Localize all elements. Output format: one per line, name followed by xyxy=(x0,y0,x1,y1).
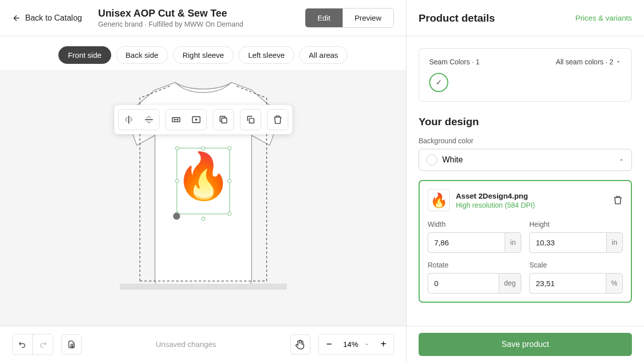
editor-panel: Back to Catalog Unisex AOP Cut & Sew Tee… xyxy=(0,0,407,362)
zoom-in-button[interactable]: + xyxy=(373,334,393,354)
design-selection-box[interactable]: 🔥 xyxy=(177,148,230,214)
delete-asset-button[interactable] xyxy=(613,195,623,205)
resize-handle-br[interactable] xyxy=(227,212,231,216)
undo-icon xyxy=(18,340,27,349)
tab-left-sleeve[interactable]: Left sleeve xyxy=(238,46,294,64)
tab-front-side[interactable]: Front side xyxy=(58,46,111,64)
details-footer: Save product xyxy=(407,326,644,362)
trash-icon xyxy=(273,115,283,125)
design-toolbar xyxy=(114,105,292,134)
download-template-button[interactable] xyxy=(61,334,82,354)
asset-dpi: High resolution (584 DPI) xyxy=(456,201,607,209)
zoom-controls: − 14% + xyxy=(318,334,394,355)
bg-color-value: White xyxy=(442,155,463,164)
print-area-tabs: Front side Back side Right sleeve Left s… xyxy=(0,36,406,70)
scale-input[interactable] xyxy=(529,273,606,294)
flip-vertical-icon xyxy=(144,115,154,125)
svg-point-2 xyxy=(195,119,197,121)
svg-rect-3 xyxy=(221,118,226,123)
fit-width-icon xyxy=(171,115,181,125)
canvas-area[interactable]: 🔥 xyxy=(0,70,406,326)
redo-icon xyxy=(38,340,47,349)
rotate-input[interactable] xyxy=(428,273,499,294)
rotate-handle[interactable] xyxy=(173,213,180,220)
bg-swatch-white xyxy=(426,154,437,165)
resize-handle-tl[interactable] xyxy=(175,146,179,150)
rotate-unit: deg xyxy=(499,273,521,294)
seam-colors-label: Seam Colors · 1 xyxy=(429,58,479,66)
bg-color-select[interactable]: White xyxy=(419,149,632,171)
asset-thumbnail: 🔥 xyxy=(428,189,450,211)
prices-variants-link[interactable]: Prices & variants xyxy=(575,14,632,22)
header-titles: Unisex AOP Cut & Sew Tee Generic brand ·… xyxy=(98,8,297,28)
resize-handle-tm[interactable] xyxy=(201,146,205,150)
header: Back to Catalog Unisex AOP Cut & Sew Tee… xyxy=(0,0,406,36)
zoom-out-button[interactable]: − xyxy=(319,334,339,354)
tab-all-areas[interactable]: All areas xyxy=(299,46,348,64)
chevron-down-icon xyxy=(364,342,369,347)
delete-button[interactable] xyxy=(269,111,287,129)
seam-colors-dropdown[interactable]: All seam colors · 2 xyxy=(556,58,621,66)
duplicate-button[interactable] xyxy=(214,111,232,129)
download-icon xyxy=(67,340,76,349)
tab-right-sleeve[interactable]: Right sleeve xyxy=(173,46,234,64)
seam-dropdown-label: All seam colors · 2 xyxy=(556,58,613,66)
back-label: Back to Catalog xyxy=(25,14,82,23)
chevron-down-icon xyxy=(615,59,621,65)
your-design-title: Your design xyxy=(419,116,632,128)
edit-toggle[interactable]: Edit xyxy=(305,9,343,27)
flip-vertical-button[interactable] xyxy=(140,111,158,129)
details-title: Product details xyxy=(419,12,495,24)
width-unit: in xyxy=(505,232,521,253)
copy-button[interactable] xyxy=(242,111,260,129)
height-unit: in xyxy=(606,232,623,253)
zoom-select[interactable]: 14% xyxy=(339,340,373,348)
details-body: Seam Colors · 1 All seam colors · 2 Your… xyxy=(407,36,644,326)
back-to-catalog[interactable]: Back to Catalog xyxy=(12,14,82,23)
asset-filename: Asset 2Design4.png xyxy=(456,192,607,200)
seam-color-white[interactable] xyxy=(429,73,448,92)
flip-horizontal-icon xyxy=(124,115,134,125)
save-status: Unsaved changes xyxy=(90,340,282,348)
svg-rect-5 xyxy=(120,284,287,290)
resize-handle-bm[interactable] xyxy=(201,217,205,221)
undo-button[interactable] xyxy=(13,334,33,354)
fit-width-button[interactable] xyxy=(167,111,185,129)
details-header: Product details Prices & variants xyxy=(407,0,644,36)
height-label: Height xyxy=(529,220,623,228)
fit-all-button[interactable] xyxy=(187,111,205,129)
zoom-value: 14% xyxy=(343,340,358,348)
seam-colors-card: Seam Colors · 1 All seam colors · 2 xyxy=(419,48,632,102)
duplicate-icon xyxy=(218,115,228,125)
redo-button[interactable] xyxy=(33,334,53,354)
width-label: Width xyxy=(428,220,521,228)
scale-label: Scale xyxy=(529,261,623,269)
flip-horizontal-button[interactable] xyxy=(120,111,138,129)
scale-unit: % xyxy=(606,273,623,294)
width-input[interactable] xyxy=(428,232,505,253)
details-panel: Product details Prices & variants Seam C… xyxy=(407,0,644,362)
product-title: Unisex AOP Cut & Sew Tee xyxy=(98,8,297,19)
resize-handle-ml[interactable] xyxy=(175,179,179,183)
height-input[interactable] xyxy=(529,232,606,253)
resize-handle-tr[interactable] xyxy=(227,146,231,150)
rotate-label: Rotate xyxy=(428,261,521,269)
preview-toggle[interactable]: Preview xyxy=(343,9,393,27)
bg-color-label: Background color xyxy=(419,137,632,145)
hand-icon xyxy=(295,339,305,349)
save-product-button[interactable]: Save product xyxy=(419,333,632,356)
resize-handle-mr[interactable] xyxy=(227,179,231,183)
bottom-bar: Unsaved changes − 14% + xyxy=(0,326,406,362)
fit-all-icon xyxy=(191,115,201,125)
product-subtitle: Generic brand · Fulfilled by MWW On Dema… xyxy=(98,20,297,28)
edit-preview-toggle: Edit Preview xyxy=(305,8,394,28)
chevron-up-icon xyxy=(618,157,624,163)
asset-card: 🔥 Asset 2Design4.png High resolution (58… xyxy=(419,180,632,303)
copy-icon xyxy=(246,115,256,125)
trash-icon xyxy=(613,195,623,205)
svg-rect-4 xyxy=(249,119,254,123)
tab-back-side[interactable]: Back side xyxy=(116,46,168,64)
arrow-left-icon xyxy=(12,14,21,23)
pan-button[interactable] xyxy=(290,334,310,354)
design-image[interactable]: 🔥 xyxy=(175,153,231,199)
